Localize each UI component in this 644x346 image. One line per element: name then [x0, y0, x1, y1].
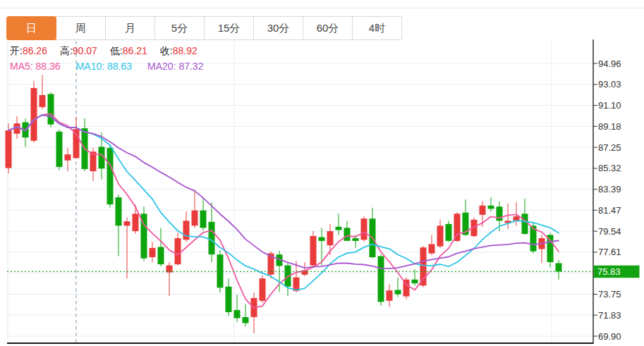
candle-up: [429, 245, 435, 254]
period-tabbar: 日周月5分15分30分60分4时: [7, 16, 402, 40]
candle-up: [183, 221, 190, 240]
axis-tick-label: 81.47: [598, 205, 621, 216]
axis-tick-label: 89.18: [598, 121, 621, 132]
axis-tick-label: 73.75: [598, 289, 621, 299]
axis-tick-label: 79.54: [598, 226, 621, 237]
low-value: 86.21: [123, 45, 147, 56]
candle-up: [361, 218, 367, 240]
ma-readout: MA5: 88.36MA10: 88.63MA20: 87.32: [10, 61, 219, 72]
candle-down: [336, 227, 342, 230]
low-label: 低:: [110, 45, 123, 56]
tab-周[interactable]: 周: [56, 16, 106, 40]
candle-down: [158, 247, 164, 264]
tab-15分[interactable]: 15分: [204, 16, 254, 40]
axis-tick-label: 77.61: [598, 247, 621, 257]
ma20-readout: MA20: 87.32: [147, 61, 203, 72]
candle-up: [310, 236, 317, 266]
tab-日[interactable]: 日: [6, 16, 56, 40]
candle-down: [56, 132, 63, 167]
candle-down: [226, 287, 232, 312]
tab-30分[interactable]: 30分: [253, 16, 303, 40]
candle-down: [353, 238, 359, 241]
candle-down: [395, 290, 401, 294]
current-price-label: 75.83: [597, 266, 621, 277]
candle-down: [200, 211, 207, 228]
candle-up: [40, 95, 46, 107]
candle-down: [319, 237, 325, 241]
candle-up: [133, 214, 139, 231]
axis-tick-label: 93.03: [598, 79, 621, 89]
candle-up: [327, 231, 334, 245]
open-label: 开:: [10, 45, 23, 56]
tab-月[interactable]: 月: [105, 16, 155, 40]
tab-4时[interactable]: 4时: [352, 16, 402, 40]
candle-down: [412, 280, 418, 283]
candle-down: [446, 224, 452, 241]
candle-down: [217, 254, 224, 288]
candle-up: [437, 225, 444, 246]
close-label: 收:: [160, 45, 173, 56]
axis-tick-label: 83.39: [598, 184, 621, 194]
axis-tick-label: 87.25: [598, 142, 621, 153]
candle-up: [480, 206, 486, 215]
candle-down: [116, 197, 122, 225]
candle-down: [209, 222, 215, 254]
axis-tick-label: 85.32: [598, 163, 621, 173]
candle-down: [234, 310, 241, 319]
ma10-readout: MA10: 88.63: [76, 61, 132, 72]
candle-down: [556, 264, 562, 272]
kline-chart-window: 日周月5分15分30分60分4时 开:86.26高:90.07低:86.21收:…: [0, 0, 644, 346]
candle-up: [175, 238, 181, 264]
candle-up: [192, 211, 198, 226]
high-label: 高:: [60, 45, 73, 56]
axis-tick-label: 94.96: [598, 58, 621, 69]
ma5-line: [8, 113, 559, 308]
tab-5分[interactable]: 5分: [154, 16, 205, 40]
candle-up: [260, 278, 266, 301]
candle-down: [243, 317, 249, 323]
candle-down: [522, 214, 528, 234]
close-value: 88.92: [173, 45, 198, 56]
candle-down: [344, 228, 351, 241]
candle-down: [497, 206, 503, 221]
open-value: 86.26: [23, 45, 47, 56]
candle-up: [387, 290, 393, 301]
ma10-line: [8, 115, 559, 290]
ohlc-readout: 开:86.26高:90.07低:86.21收:88.92: [10, 45, 210, 58]
candle-up: [14, 123, 20, 134]
candle-up: [65, 154, 71, 161]
candle-down: [107, 148, 114, 204]
axis-tick-label: 69.90: [598, 331, 621, 342]
tab-60分[interactable]: 60分: [303, 16, 353, 40]
candle-up: [31, 88, 37, 141]
candle-up: [6, 130, 12, 168]
candle-up: [124, 221, 130, 225]
candle-up: [150, 248, 156, 257]
ma5-readout: MA5: 88.36: [10, 61, 61, 72]
candle-down: [48, 94, 54, 124]
candle-down: [378, 257, 384, 302]
axis-tick-label: 71.83: [598, 310, 621, 321]
axis-tick-label: 91.10: [598, 100, 621, 111]
candle-down: [488, 206, 494, 209]
high-value: 90.07: [73, 45, 97, 56]
